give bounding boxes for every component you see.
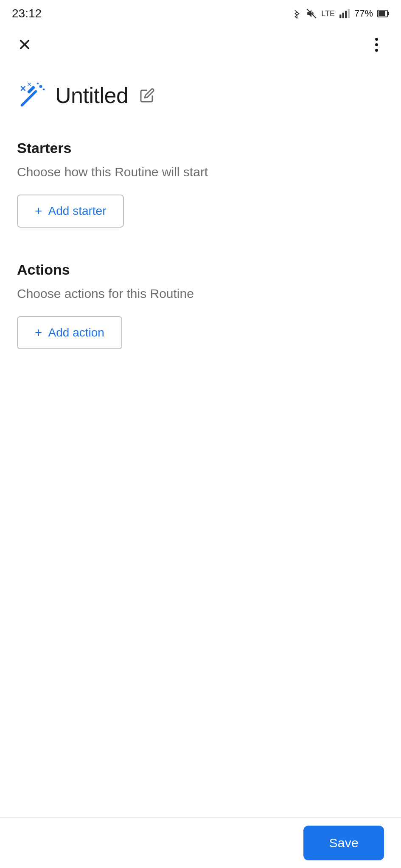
battery-icon bbox=[377, 9, 389, 18]
svg-point-12 bbox=[43, 89, 45, 91]
main-content: Starters Choose how this Routine will st… bbox=[0, 119, 401, 379]
bluetooth-icon bbox=[292, 8, 302, 19]
edit-title-button[interactable] bbox=[137, 85, 158, 106]
status-time: 23:12 bbox=[12, 7, 42, 20]
add-starter-label: Add starter bbox=[48, 204, 107, 218]
add-starter-button[interactable]: + Add starter bbox=[17, 195, 124, 228]
battery-indicator: 77% bbox=[354, 8, 373, 19]
edit-icon bbox=[140, 88, 155, 103]
close-button[interactable] bbox=[12, 32, 37, 57]
svg-rect-3 bbox=[345, 11, 347, 18]
close-icon bbox=[17, 37, 32, 52]
actions-title: Actions bbox=[17, 262, 384, 278]
add-action-plus-icon: + bbox=[35, 326, 42, 340]
add-action-button[interactable]: + Add action bbox=[17, 316, 122, 349]
svg-rect-1 bbox=[339, 14, 341, 18]
add-action-label: Add action bbox=[48, 326, 104, 339]
svg-rect-7 bbox=[388, 12, 389, 15]
signal-icon bbox=[339, 9, 350, 18]
bottom-bar: Save bbox=[0, 817, 401, 868]
svg-text:✕: ✕ bbox=[20, 84, 26, 93]
svg-rect-6 bbox=[379, 11, 385, 16]
status-bar: 23:12 LTE 77% bbox=[0, 0, 401, 25]
svg-text:✕: ✕ bbox=[27, 81, 32, 88]
status-icons: LTE 77% bbox=[292, 8, 389, 19]
routine-icon: ✕ ✕ bbox=[17, 81, 47, 110]
actions-section: Actions Choose actions for this Routine … bbox=[17, 262, 384, 370]
more-options-button[interactable] bbox=[364, 32, 389, 57]
starters-description: Choose how this Routine will start bbox=[17, 165, 384, 179]
mute-icon bbox=[306, 8, 317, 19]
starters-section: Starters Choose how this Routine will st… bbox=[17, 140, 384, 249]
svg-line-8 bbox=[22, 92, 36, 106]
routine-title: Untitled bbox=[55, 83, 128, 108]
save-button[interactable]: Save bbox=[303, 826, 384, 860]
svg-point-10 bbox=[39, 85, 42, 88]
actions-description: Choose actions for this Routine bbox=[17, 287, 384, 301]
top-app-bar bbox=[0, 25, 401, 64]
title-section: ✕ ✕ Untitled bbox=[0, 64, 401, 119]
svg-rect-2 bbox=[342, 13, 344, 18]
svg-point-11 bbox=[37, 83, 39, 85]
svg-rect-4 bbox=[348, 9, 350, 18]
more-options-icon bbox=[375, 38, 378, 52]
starters-title: Starters bbox=[17, 140, 384, 156]
add-starter-plus-icon: + bbox=[35, 204, 42, 218]
network-icon: LTE bbox=[321, 9, 335, 18]
